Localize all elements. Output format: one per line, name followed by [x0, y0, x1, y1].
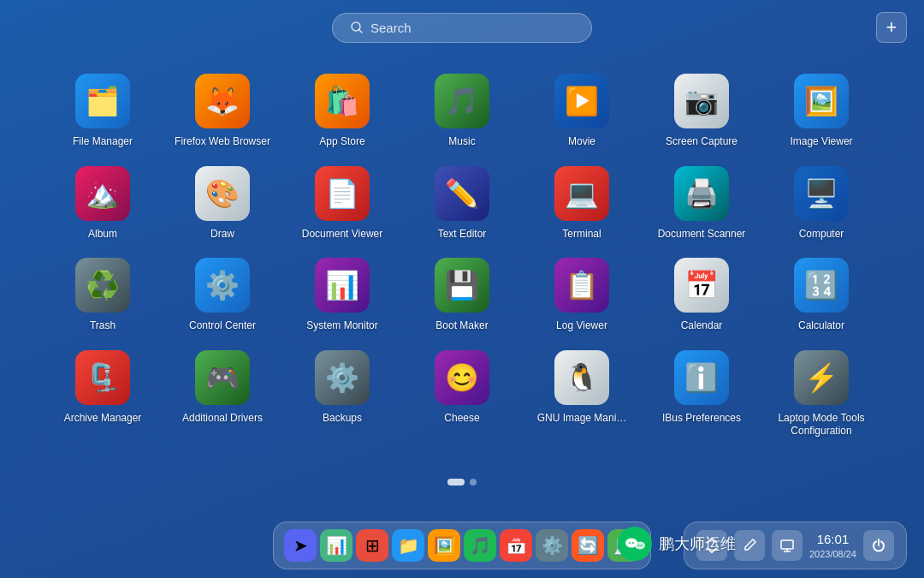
text-editor-icon: ✏️ [435, 166, 489, 221]
search-label: Search [370, 21, 412, 35]
taskbar-icon-spreadsheet[interactable]: 📊 [320, 529, 352, 562]
taskbar-icon-calendar-tb[interactable]: 📅 [500, 529, 532, 562]
app-item-log-viewer[interactable]: 📋Log Viewer [522, 247, 642, 340]
app-item-computer[interactable]: 🖥️Computer [761, 156, 881, 248]
archive-manager-icon: 🗜️ [75, 350, 130, 405]
system-monitor-label: System Monitor [306, 319, 377, 333]
draw-icon: 🎨 [195, 166, 250, 221]
firefox-icon: 🦊 [195, 74, 250, 128]
app-item-cheese[interactable]: 😊Cheese [402, 340, 522, 445]
app-item-file-manager[interactable]: 🗂️File Manager [43, 63, 163, 156]
taskbar-icon-grid-app[interactable]: ⊞ [356, 529, 388, 562]
calculator-label: Calculator [798, 319, 844, 333]
app-row-1: 🏔️Album🎨Draw📄Document Viewer✏️Text Edito… [34, 156, 890, 248]
text-editor-label: Text Editor [438, 228, 487, 241]
app-item-album[interactable]: 🏔️Album [43, 156, 163, 248]
movie-icon: ▶️ [554, 74, 609, 128]
terminal-label: Terminal [562, 228, 601, 241]
backups-label: Backups [323, 412, 362, 426]
svg-point-7 [629, 542, 631, 544]
app-store-label: App Store [319, 135, 364, 149]
firefox-label: Firefox Web Browser [175, 135, 270, 149]
control-center-label: Control Center [189, 319, 256, 333]
app-row-0: 🗂️File Manager🦊Firefox Web Browser🛍️App … [34, 63, 890, 156]
top-bar: Search + [0, 0, 924, 55]
app-item-music[interactable]: 🎵Music [402, 63, 522, 156]
svg-point-10 [641, 545, 643, 546]
app-item-text-editor[interactable]: ✏️Text Editor [402, 156, 522, 248]
app-item-backups[interactable]: ⚙️Backups [282, 340, 402, 445]
app-row-2: ♻️Trash⚙️Control Center📊System Monitor💾B… [34, 247, 890, 340]
taskbar-icon-photos[interactable]: 🖼️ [428, 529, 460, 562]
taskbar-icon-settings-tb[interactable]: ⚙️ [536, 529, 568, 562]
album-icon: 🏔️ [75, 166, 130, 221]
calculator-icon: 🔢 [794, 258, 849, 313]
app-grid: 🗂️File Manager🦊Firefox Web Browser🛍️App … [0, 55, 924, 492]
tray-screen-btn[interactable] [772, 530, 803, 561]
app-item-document-scanner[interactable]: 🖨️Document Scanner [642, 156, 761, 248]
computer-icon: 🖥️ [794, 166, 849, 221]
boot-maker-icon: 💾 [435, 258, 489, 313]
taskbar-icon-music-tb[interactable]: 🎵 [464, 529, 496, 562]
app-item-calendar[interactable]: 📅Calendar [642, 247, 761, 340]
search-box[interactable]: Search [332, 13, 592, 43]
laptop-mode-icon: ⚡ [794, 350, 849, 405]
image-viewer-icon: 🖼️ [794, 74, 849, 128]
tray-pencil-btn[interactable] [734, 530, 765, 561]
tray-power-btn[interactable] [863, 530, 894, 561]
control-center-icon: ⚙️ [195, 258, 250, 313]
calendar-label: Calendar [681, 319, 723, 333]
archive-manager-label: Archive Manager [64, 412, 142, 426]
app-item-boot-maker[interactable]: 💾Boot Maker [402, 247, 522, 340]
app-item-calculator[interactable]: 🔢Calculator [761, 247, 881, 340]
app-item-additional-drivers[interactable]: 🎮Additional Drivers [163, 340, 282, 445]
image-viewer-label: Image Viewer [790, 135, 852, 149]
watermark: 鹏大师运维 [618, 527, 736, 561]
app-item-app-store[interactable]: 🛍️App Store [282, 63, 402, 156]
taskbar-icon-launcher[interactable]: ➤ [284, 529, 317, 562]
album-label: Album [88, 228, 117, 241]
gnu-image-mani-label: GNU Image Mani… [537, 412, 627, 426]
svg-rect-2 [781, 540, 793, 549]
file-manager-icon: 🗂️ [75, 74, 130, 128]
app-item-terminal[interactable]: 💻Terminal [522, 156, 642, 248]
app-item-image-viewer[interactable]: 🖼️Image Viewer [761, 63, 881, 156]
app-item-gnu-image-mani[interactable]: 🐧GNU Image Mani… [522, 340, 642, 445]
document-viewer-label: Document Viewer [302, 228, 383, 241]
svg-line-1 [359, 30, 363, 33]
app-item-system-monitor[interactable]: 📊System Monitor [282, 247, 402, 340]
app-item-control-center[interactable]: ⚙️Control Center [163, 247, 282, 340]
taskbar-icon-files[interactable]: 📁 [392, 529, 424, 562]
plus-button[interactable]: + [876, 12, 907, 43]
trash-icon: ♻️ [75, 258, 130, 313]
app-item-document-viewer[interactable]: 📄Document Viewer [282, 156, 402, 248]
calendar-icon: 📅 [674, 258, 729, 313]
app-item-movie[interactable]: ▶️Movie [522, 63, 642, 156]
taskbar-icon-update[interactable]: 🔄 [572, 529, 604, 562]
music-label: Music [448, 135, 475, 149]
cheese-icon: 😊 [435, 350, 489, 405]
app-item-firefox[interactable]: 🦊Firefox Web Browser [163, 63, 282, 156]
wechat-icon [618, 527, 652, 561]
document-scanner-icon: 🖨️ [674, 166, 729, 221]
svg-point-8 [632, 542, 634, 544]
page-dot-2[interactable] [470, 479, 477, 486]
screen-capture-label: Screen Capture [666, 135, 737, 149]
search-icon [350, 21, 364, 34]
page-dot-1[interactable] [447, 479, 465, 486]
document-scanner-label: Document Scanner [658, 228, 746, 241]
log-viewer-label: Log Viewer [556, 319, 607, 333]
file-manager-label: File Manager [73, 135, 133, 149]
app-item-screen-capture[interactable]: 📷Screen Capture [642, 63, 761, 156]
app-item-laptop-mode[interactable]: ⚡Laptop Mode Tools Configuration [761, 340, 881, 445]
page-dots [447, 479, 477, 486]
app-item-ibus-prefs[interactable]: ℹ️IBus Preferences [642, 340, 761, 445]
backups-icon: ⚙️ [315, 350, 370, 405]
app-item-draw[interactable]: 🎨Draw [163, 156, 282, 248]
app-item-trash[interactable]: ♻️Trash [43, 247, 163, 340]
draw-label: Draw [210, 228, 234, 241]
app-item-archive-manager[interactable]: 🗜️Archive Manager [43, 340, 163, 445]
tray-time-text: 16:01 [809, 530, 856, 548]
terminal-icon: 💻 [554, 166, 609, 221]
music-icon: 🎵 [435, 74, 489, 128]
